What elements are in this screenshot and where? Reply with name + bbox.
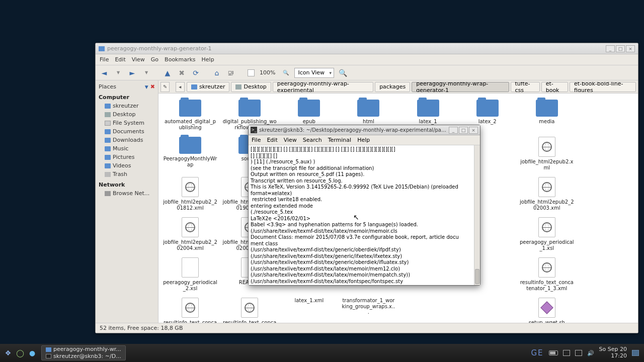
file-item[interactable]: latex_1.xml	[281, 298, 337, 323]
sidebar-item[interactable]: Browse Net...	[96, 189, 158, 198]
sidebar-item[interactable]: Music	[96, 144, 158, 153]
crumb-scroll-left[interactable]: ◂	[176, 82, 185, 92]
web-browser-button[interactable]: ●	[27, 348, 37, 358]
sidebar-item[interactable]: Documents	[96, 127, 158, 136]
menu-file[interactable]: File	[100, 56, 109, 63]
stop-button[interactable]: ✖	[176, 67, 187, 78]
xml-file-icon	[538, 217, 555, 237]
sidebar-item[interactable]: Trash	[96, 170, 158, 178]
term-menu-terminal[interactable]: Terminal	[328, 137, 352, 143]
back-button[interactable]: ◄	[99, 67, 110, 78]
term-menu-edit[interactable]: Edit	[267, 137, 277, 143]
file-item[interactable]: jobfile_html2epub2_201812.xml	[163, 177, 218, 211]
breadcrumb-segment[interactable]: peeragogy-monthly-wrap-generator-1	[412, 82, 509, 92]
places-remove-icon[interactable]: ✖	[150, 83, 155, 90]
sidebar-section: Computer	[96, 91, 158, 102]
terminal-output[interactable]: [][][][][][][][] [] [][][][][][] [][][][…	[249, 145, 480, 285]
forward-menu-icon[interactable]: ▼	[141, 67, 152, 78]
term-titlebar[interactable]: >_ skreutzer@sknb3: ~/Desktop/peeragogy-…	[249, 125, 480, 135]
file-item[interactable]: setup_wget.sh	[519, 298, 575, 323]
back-menu-icon[interactable]: ▼	[113, 67, 124, 78]
term-minimize-button[interactable]: _	[449, 127, 458, 134]
volume-icon[interactable]: 🔊	[587, 350, 594, 356]
search-button[interactable]: 🔍	[337, 67, 348, 78]
places-collapse-icon[interactable]: ▼	[145, 84, 148, 89]
file-item[interactable]: PeeragogyMonthlyWrap	[163, 137, 218, 171]
xml-file-icon	[538, 137, 555, 157]
file-item[interactable]: jobfile_html2epub2_202003.xml	[519, 177, 575, 211]
zoom-fit-icon[interactable]	[248, 69, 255, 76]
fm-titlebar[interactable]: peeragogy-monthly-wrap-generator-1 _ □ ×	[96, 43, 638, 54]
menu-bookmarks[interactable]: Bookmarks	[165, 56, 195, 63]
view-mode-select[interactable]: Icon View	[294, 68, 334, 78]
breadcrumb-segment[interactable]: Desktop	[231, 82, 271, 92]
term-menu-file[interactable]: File	[252, 137, 261, 143]
term-menu-search[interactable]: Search	[303, 137, 322, 143]
breadcrumb-segment[interactable]: packages	[375, 82, 410, 92]
edit-path-button[interactable]: ✎	[160, 82, 170, 92]
menu-edit[interactable]: Edit	[115, 56, 125, 63]
close-button[interactable]: ×	[626, 45, 635, 52]
sidebar-item[interactable]: skreutzer	[96, 102, 158, 110]
sidebar-item[interactable]: Pictures	[96, 153, 158, 161]
term-scrollbar[interactable]	[474, 145, 480, 285]
term-menu-view[interactable]: View	[284, 137, 297, 143]
breadcrumb-segment[interactable]: peeragogy-monthly-wrap-experimental	[273, 82, 373, 92]
battery-icon[interactable]	[549, 350, 558, 355]
computer-button[interactable]: 🖳	[225, 67, 236, 78]
folder-icon	[298, 100, 320, 117]
term-menu-help[interactable]: Help	[357, 137, 370, 143]
home-icon	[191, 84, 197, 89]
file-label: resultinfo_text_concatenator_1_3.xml	[520, 280, 574, 292]
term-scroll-thumb[interactable]	[475, 269, 479, 284]
show-desktop-button[interactable]	[632, 350, 639, 356]
tray-icon-1[interactable]	[563, 350, 570, 356]
tray-icon-2[interactable]	[575, 350, 582, 356]
activities-button[interactable]: ◯	[15, 348, 25, 358]
sidebar-item-icon	[105, 112, 111, 117]
file-item[interactable]: resultinfo_text_concatenator_1_3.xml	[519, 257, 575, 292]
start-menu-button[interactable]: ❖	[3, 348, 13, 358]
keyboard-layout-indicator[interactable]: GE	[531, 348, 543, 357]
file-label: jobfile_html2epub2.xml	[520, 159, 574, 171]
file-item[interactable]: resultinfo_text_concatenator_1_202008_wo…	[222, 298, 277, 323]
menu-help[interactable]: Help	[202, 56, 214, 63]
term-close-button[interactable]: ×	[469, 127, 478, 134]
home-button[interactable]: ⌂	[211, 67, 222, 78]
places-label: Places	[99, 83, 116, 90]
file-item[interactable]: jobfile_html2epub2_202004.xml	[163, 217, 218, 251]
sidebar-item[interactable]: Downloads	[96, 136, 158, 144]
file-item[interactable]: media	[519, 100, 575, 131]
file-item[interactable]: jobfile_html2epub2.xml	[519, 137, 575, 171]
breadcrumb-segment[interactable]: tufte-css	[511, 82, 540, 92]
sidebar-item[interactable]: Videos	[96, 161, 158, 170]
file-item[interactable]: peeragogy_periodical_2.xsl	[163, 257, 218, 292]
sidebar-item[interactable]: File System	[96, 119, 158, 127]
sidebar: Places ▼ ✖ ComputerskreutzerDesktopFile …	[96, 80, 158, 323]
file-item[interactable]: peeragogy_periodical_1.xsl	[519, 217, 575, 251]
file-item[interactable]: resultinfo_text_concatenator_1_202005_wo…	[163, 298, 218, 323]
sidebar-item[interactable]: Desktop	[96, 110, 158, 119]
sidebar-section: Network	[96, 178, 158, 189]
taskbar-task-filemanager[interactable]: peeragogy-monthly-wr... skreutzer@sknb3:…	[41, 345, 126, 360]
menu-go[interactable]: Go	[151, 56, 158, 63]
file-item[interactable]: automated_digital_publishing	[163, 100, 218, 131]
breadcrumb-segment[interactable]: et-book	[541, 82, 568, 92]
forward-button[interactable]: ►	[127, 67, 138, 78]
menu-view[interactable]: View	[132, 56, 145, 63]
reload-button[interactable]: ⟳	[190, 67, 201, 78]
maximize-button[interactable]: □	[616, 45, 625, 52]
up-button[interactable]: ▲	[162, 67, 173, 78]
minimize-button[interactable]: _	[606, 45, 615, 52]
file-item[interactable]: transformator_1_working_group_wraps.x...	[341, 298, 396, 323]
breadcrumb-segment[interactable]: skreutzer	[187, 82, 230, 92]
file-label: jobfile_html2epub2_202004.xml	[163, 239, 217, 251]
sidebar-item-icon	[105, 146, 111, 151]
file-label: jobfile_html2epub2_202003.xml	[520, 199, 574, 211]
breadcrumb-segment[interactable]: et-book-bold-line-figures	[570, 82, 636, 92]
clock[interactable]: So Sep 20 17:20	[599, 346, 627, 359]
zoom-in-icon[interactable]: 🔍	[280, 67, 291, 78]
term-maximize-button[interactable]: □	[459, 127, 468, 134]
xml-file-icon	[241, 298, 258, 318]
term-menubar: File Edit View Search Terminal Help	[249, 135, 480, 145]
